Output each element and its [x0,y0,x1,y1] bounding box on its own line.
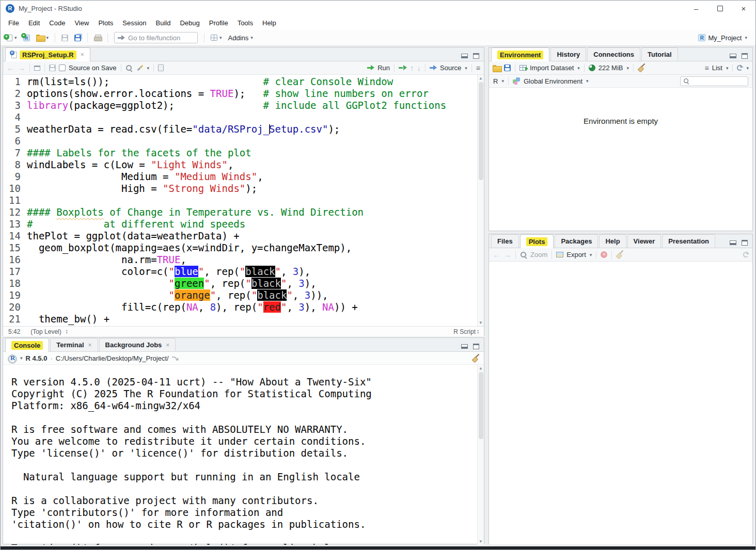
menu-code[interactable]: Code [44,16,70,30]
tab-console[interactable]: Console [5,338,49,352]
scroll-up-icon[interactable]: ▲ [478,75,484,82]
separator [55,33,55,42]
close-tab-icon[interactable]: × [166,342,169,349]
menu-file[interactable]: File [4,16,24,30]
open-file-button[interactable]: ▾ [34,33,51,42]
tab-background-jobs[interactable]: Background Jobs× [99,338,176,351]
export-button[interactable]: Export [566,251,586,258]
clear-workspace-icon[interactable] [638,64,645,72]
tab-plots[interactable]: Plots [520,234,554,248]
environment-search-input[interactable] [692,77,744,85]
next-chunk-icon[interactable]: ↓ [417,63,421,72]
memory-usage-button[interactable]: 222 MiB [598,64,623,72]
maximize-pane-icon[interactable] [742,240,748,246]
tab-terminal[interactable]: Terminal× [50,338,98,351]
source-button[interactable]: Source [440,64,461,72]
menu-debug[interactable]: Debug [175,16,204,30]
environment-scope-selector[interactable]: Global Environment [524,77,582,85]
working-directory-path[interactable]: C:/Users/Charlie/Desktop/My_Project/ [56,354,169,362]
pane-layout-button[interactable]: ▾ [209,33,224,42]
menu-build[interactable]: Build [151,16,176,30]
next-plot-icon[interactable]: → [503,250,511,259]
rerun-icon[interactable] [399,66,407,70]
addins-button[interactable]: Addins▾ [226,33,255,43]
find-replace-icon[interactable] [125,64,133,72]
menu-profile[interactable]: Profile [204,16,233,30]
scope-selector[interactable]: (Top Level) [30,328,61,335]
scroll-down-icon[interactable]: ▼ [478,319,484,326]
maximize-button[interactable] [708,1,732,16]
maximize-pane-icon[interactable] [742,53,748,59]
environment-search-box[interactable] [680,76,748,86]
clear-console-icon[interactable] [472,354,480,362]
menu-plots[interactable]: Plots [93,16,118,30]
code-editor[interactable]: 1rm(list=ls()); # clear Console Window2o… [3,75,484,326]
tab-packages[interactable]: Packages [555,234,598,248]
scroll-up-icon[interactable]: ▲ [478,365,484,371]
console-output[interactable]: R version 4.5.0 (2025-04-11 ucrt) -- "Ho… [3,365,484,545]
tab-connections[interactable]: Connections [587,47,640,61]
remove-plot-icon[interactable] [601,251,607,258]
new-file-button[interactable]: ▾ [5,33,19,43]
minimize-pane-icon[interactable] [461,54,468,58]
minimize-pane-icon[interactable] [461,344,468,349]
save-workspace-icon[interactable] [504,64,511,71]
tab-presentation[interactable]: Presentation [662,234,715,248]
code-tools-icon[interactable] [136,64,144,72]
menu-view[interactable]: View [70,16,93,30]
chevron-down-icon[interactable]: ▾ [20,355,23,361]
goto-file-input[interactable] [128,34,190,42]
file-type-selector[interactable]: R Script [453,328,476,335]
run-button[interactable]: Run [377,64,390,72]
close-button[interactable]: × [732,1,755,16]
tab-history[interactable]: History [550,47,586,61]
refresh-plots-icon[interactable] [743,252,749,257]
save-button[interactable] [59,33,70,43]
previous-chunk-icon[interactable]: ↑ [410,63,414,72]
minimize-pane-icon[interactable] [730,54,736,58]
menu-session[interactable]: Session [118,16,151,30]
menu-tools[interactable]: Tools [233,16,258,30]
zoom-button[interactable]: Zoom [530,251,547,258]
compile-report-icon[interactable] [158,64,164,71]
new-project-button[interactable] [21,33,32,43]
maximize-pane-icon[interactable] [473,53,479,59]
language-selector[interactable]: R [493,77,498,85]
tab-files[interactable]: Files [491,234,519,248]
tab-environment[interactable]: Environment [491,47,549,61]
scroll-down-icon[interactable]: ▼ [478,538,484,545]
close-tab-icon[interactable]: × [81,51,84,58]
goto-directory-icon[interactable] [172,356,178,361]
save-all-button[interactable] [72,33,83,43]
back-icon[interactable]: ← [7,63,14,72]
menu-edit[interactable]: Edit [24,16,44,30]
forward-icon[interactable]: → [18,63,25,72]
console-scrollbar[interactable]: ▲ ▼ [477,365,484,545]
tab-rsproj-setup[interactable]: RSProj_Setup.R × [5,47,90,61]
load-workspace-icon[interactable] [493,65,501,71]
source-on-save-checkbox[interactable] [59,64,66,71]
goto-file-search[interactable] [114,32,198,43]
project-selector[interactable]: My_Project ▾ [698,34,751,42]
refresh-icon[interactable] [737,65,743,71]
save-icon[interactable] [49,64,56,71]
minimize-button[interactable]: – [684,1,708,16]
line-number: 14 [3,230,27,242]
menu-help[interactable]: Help [258,16,281,30]
tab-tutorial[interactable]: Tutorial [641,47,678,61]
scrollbar-thumb[interactable] [479,372,483,439]
close-tab-icon[interactable]: × [88,342,92,349]
list-view-button[interactable]: List [712,64,722,72]
minimize-pane-icon[interactable] [730,240,736,245]
editor-scrollbar[interactable]: ▲ ▼ [477,75,484,326]
open-in-new-window-icon[interactable] [34,66,40,71]
tab-help[interactable]: Help [599,234,626,248]
document-outline-icon[interactable]: ≡ [476,64,480,72]
import-dataset-button[interactable]: Import Dataset [530,64,574,72]
scrollbar-thumb[interactable] [479,82,483,180]
clear-plots-icon[interactable] [616,251,624,258]
maximize-pane-icon[interactable] [473,344,479,349]
previous-plot-icon[interactable]: ← [493,250,500,259]
tab-viewer[interactable]: Viewer [627,234,662,248]
print-button[interactable] [92,33,103,42]
